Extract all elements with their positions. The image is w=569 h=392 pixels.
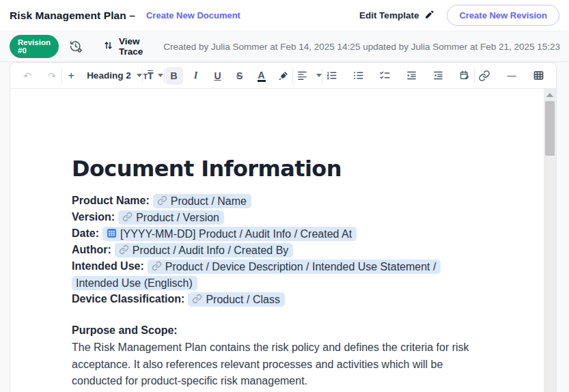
ordered-list-button[interactable] <box>323 67 341 85</box>
chip-label: [YYYY-MM-DD] Product / Audit Info / Crea… <box>120 227 352 239</box>
insert-block-button[interactable]: + <box>62 67 80 85</box>
link-icon <box>119 244 129 255</box>
status-bar: Revision #0 View Trace Created by Julia … <box>0 31 569 62</box>
field-product-name: Product Name:Product / Name <box>72 193 482 209</box>
field-label: Version: <box>72 211 115 223</box>
chevron-down-icon <box>137 74 142 77</box>
field-label: Device Classification: <box>72 293 184 305</box>
header-actions: Edit Template Create New Revision <box>359 5 559 26</box>
paragraph-style-value: Heading 2 <box>87 70 131 81</box>
link-icon <box>478 70 490 82</box>
calendar-edit-icon <box>459 70 471 81</box>
field-author: Author:Product / Audit Info / Created By <box>72 242 482 258</box>
chevron-down-icon <box>316 74 322 77</box>
document-meta-text: Created by Julia Sommer at Feb 14, 2025 … <box>163 42 560 52</box>
bold-button[interactable]: B <box>165 67 183 85</box>
font-size-big-glyph: T <box>148 70 154 81</box>
paragraph-style-select[interactable]: Heading 2 <box>87 70 142 81</box>
paragraph-spacer <box>72 307 482 322</box>
highlighter-icon <box>278 70 289 81</box>
edit-template-button[interactable]: Edit Template <box>359 10 435 22</box>
purpose-scope-text: The Risk Management Plan contains the ri… <box>72 339 482 390</box>
outdent-button[interactable] <box>430 67 447 85</box>
link-icon <box>122 212 133 222</box>
indent-button[interactable] <box>403 67 421 85</box>
text-color-button[interactable]: A <box>253 67 270 85</box>
insert-link-button[interactable] <box>475 67 493 85</box>
sync-history-icon[interactable] <box>69 40 83 53</box>
italic-button[interactable]: I <box>187 67 205 85</box>
field-label: Author: <box>72 244 111 255</box>
scrollbar-up-arrow[interactable] <box>546 93 553 97</box>
edit-template-label: Edit Template <box>359 10 419 20</box>
chip-label: Product / Class <box>206 293 279 305</box>
insert-table-button[interactable] <box>530 67 548 85</box>
chip-label: Product / Audit Info / Created By <box>133 244 289 255</box>
redo-icon: ↷ <box>48 70 56 81</box>
plus-icon: + <box>68 69 74 83</box>
table-icon <box>533 70 544 81</box>
link-chip[interactable]: Product / Name <box>153 194 251 208</box>
view-trace-label: View Trace <box>119 36 143 57</box>
app-header: Risk Management Plan – Create New Docume… <box>0 0 569 31</box>
chevron-down-icon <box>158 74 163 77</box>
link-icon <box>157 195 167 206</box>
trace-icon <box>103 40 113 53</box>
editor-content-row: Document Information Product Name:Produc… <box>10 89 556 392</box>
calendar-icon <box>107 228 117 238</box>
chip-label: Product / Name <box>171 195 247 206</box>
page-title: Risk Management Plan – <box>10 10 135 22</box>
view-trace-button[interactable]: View Trace <box>103 36 143 57</box>
outdent-icon <box>432 70 444 81</box>
underline-button[interactable]: U <box>209 67 227 85</box>
strikethrough-glyph: S <box>236 70 242 81</box>
editor-toolbar: ↶ ↷ + Heading 2 T T B I U S A <box>10 63 556 89</box>
document-heading: Document Information <box>72 156 482 182</box>
horizontal-rule-button[interactable]: — <box>503 67 521 85</box>
field-device-classification: Device Classification:Product / Class <box>72 291 482 307</box>
field-date: Date:[YYYY-MM-DD] Product / Audit Info /… <box>72 225 482 242</box>
field-label: Date: <box>72 227 99 239</box>
indent-icon <box>406 70 417 81</box>
redo-button[interactable]: ↷ <box>43 67 61 85</box>
strikethrough-button[interactable]: S <box>231 67 249 85</box>
align-left-icon <box>296 70 308 81</box>
highlight-button[interactable] <box>275 67 292 85</box>
create-new-revision-button[interactable]: Create New Revision <box>447 5 559 26</box>
undo-icon: ↶ <box>23 70 31 81</box>
pencil-icon <box>424 10 434 22</box>
document-canvas[interactable]: Document Information Product Name:Produc… <box>10 89 544 392</box>
text-color-glyph: A <box>258 70 266 82</box>
link-icon <box>192 294 202 304</box>
scrollbar-track[interactable] <box>544 89 556 392</box>
field-label: Product Name: <box>72 195 150 206</box>
bold-glyph: B <box>170 70 177 81</box>
link-chip[interactable]: Product / Audit Info / Created By <box>115 243 294 257</box>
ordered-list-icon <box>326 70 337 81</box>
bullet-list-icon <box>352 70 364 81</box>
italic-glyph: I <box>194 70 198 81</box>
field-version: Version:Product / Version <box>72 209 482 225</box>
insert-field-button[interactable] <box>456 67 474 85</box>
purpose-scope-label: Purpose and Scope: <box>72 322 482 339</box>
undo-button[interactable]: ↶ <box>18 67 36 85</box>
checklist-button[interactable] <box>376 67 394 85</box>
create-new-document-link[interactable]: Create New Document <box>146 10 240 20</box>
link-chip[interactable]: Product / Version <box>118 210 224 225</box>
field-intended-use: Intended Use:Product / Device Descriptio… <box>72 258 482 291</box>
checklist-icon <box>379 70 391 81</box>
editor-card: ↶ ↷ + Heading 2 T T B I U S A <box>10 62 557 392</box>
minus-icon: — <box>507 70 516 81</box>
underline-glyph: U <box>214 70 221 81</box>
align-button[interactable] <box>294 67 311 85</box>
link-chip[interactable]: Product / Class <box>188 292 284 307</box>
font-size-select[interactable]: T T <box>143 70 154 81</box>
revision-badge: Revision #0 <box>10 35 59 58</box>
link-icon <box>152 261 162 271</box>
field-label: Intended Use: <box>72 260 144 272</box>
date-chip[interactable]: [YYYY-MM-DD] Product / Audit Info / Crea… <box>102 227 357 241</box>
bullet-list-button[interactable] <box>350 67 367 85</box>
scrollbar-thumb[interactable] <box>545 101 555 156</box>
chip-label: Product / Version <box>136 211 219 223</box>
